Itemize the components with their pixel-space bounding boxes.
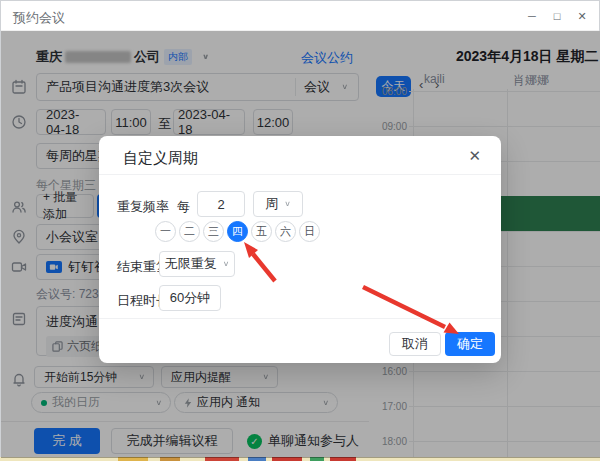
window-title: 预约会议 — [13, 9, 65, 27]
chevron-down-icon: ∨ — [223, 260, 230, 268]
app-window: 预约会议 ─ □ ✕ 重庆 公司 内部 ∨ 会议公约 产品项目沟通进度第3次会议… — [0, 0, 600, 457]
duration-value: 60分钟 — [170, 289, 210, 307]
dialog-divider — [99, 174, 501, 175]
end-repeat-value: 无限重复 — [165, 255, 217, 273]
unit-select[interactable]: 周 ∨ — [253, 191, 303, 217]
cancel-button[interactable]: 取消 — [389, 332, 441, 356]
dialog-close-icon[interactable]: ✕ — [468, 147, 481, 165]
weekday-friday[interactable]: 五 — [251, 221, 272, 242]
maximize-icon[interactable]: □ — [548, 7, 566, 25]
close-icon[interactable]: ✕ — [573, 7, 591, 25]
frequency-label: 重复频率 — [117, 198, 169, 216]
confirm-label: 确定 — [457, 335, 483, 353]
titlebar: 预约会议 ─ □ ✕ — [1, 1, 599, 31]
duration-input[interactable]: 60分钟 — [159, 285, 221, 311]
chevron-down-icon: ∨ — [284, 200, 291, 208]
weekday-wednesday[interactable]: 三 — [203, 221, 224, 242]
weekday-sunday[interactable]: 日 — [299, 221, 320, 242]
confirm-button[interactable]: 确定 — [445, 332, 495, 356]
weekday-monday[interactable]: 一 — [155, 221, 176, 242]
weekday-tuesday[interactable]: 二 — [179, 221, 200, 242]
custom-recurrence-dialog: 自定义周期 ✕ 重复频率 每 2 周 ∨ 一 二 三 四 五 六 日 结束重复 … — [99, 136, 501, 363]
every-label: 每 — [177, 198, 190, 216]
interval-value: 2 — [217, 197, 224, 212]
weekday-saturday[interactable]: 六 — [275, 221, 296, 242]
weekday-thursday[interactable]: 四 — [227, 221, 248, 242]
cancel-label: 取消 — [402, 335, 428, 353]
end-repeat-select[interactable]: 无限重复 ∨ — [159, 251, 235, 277]
unit-value: 周 — [265, 195, 278, 213]
minimize-icon[interactable]: ─ — [523, 7, 541, 25]
dialog-title: 自定义周期 — [123, 149, 198, 168]
interval-input[interactable]: 2 — [197, 191, 245, 217]
